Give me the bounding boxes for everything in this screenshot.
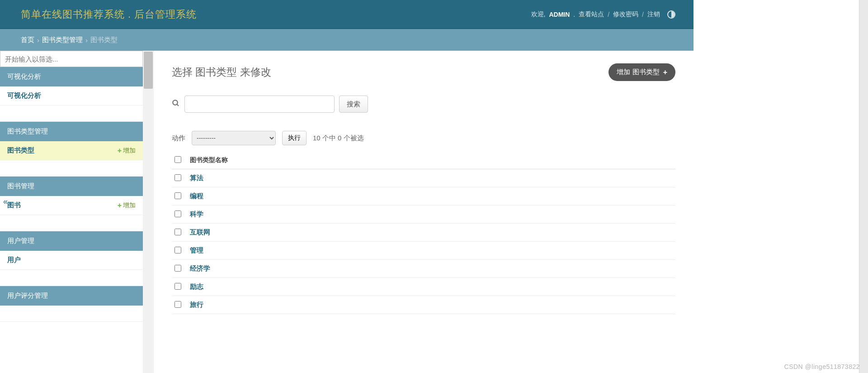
- table-row: 互联网: [172, 224, 675, 242]
- result-table: 图书类型名称 算法编程科学互联网管理经济学励志旅行: [172, 152, 675, 314]
- header-user-tools: 欢迎, ADMIN. 查看站点 / 修改密码 / 注销: [531, 10, 675, 19]
- search-button[interactable]: 搜索: [339, 96, 368, 113]
- table-row: 科学: [172, 206, 675, 224]
- row-checkbox[interactable]: [175, 283, 181, 290]
- sidebar-spacer: [0, 160, 143, 177]
- breadcrumb-sep: ›: [37, 36, 39, 44]
- page-title: 选择 图书类型 来修改: [172, 65, 271, 79]
- sidebar-item: 用户: [0, 251, 143, 270]
- sidebar-add-link[interactable]: +增加: [118, 201, 136, 210]
- sidebar-section-header[interactable]: 图书类型管理: [0, 122, 143, 141]
- sidebar-item-link[interactable]: 可视化分析: [7, 91, 41, 100]
- plus-icon: +: [118, 147, 122, 155]
- search-icon: [172, 99, 180, 110]
- breadcrumb-home[interactable]: 首页: [21, 36, 34, 44]
- username: ADMIN: [549, 11, 570, 18]
- breadcrumb-sep: ›: [85, 36, 88, 44]
- sidebar-section-header[interactable]: 用户评分管理: [0, 286, 143, 306]
- dot: .: [573, 11, 575, 18]
- breadcrumb-section[interactable]: 图书类型管理: [42, 36, 83, 44]
- change-password-link[interactable]: 修改密码: [613, 10, 638, 19]
- separator: /: [608, 11, 609, 18]
- sidebar-item-link[interactable]: 图书类型: [7, 146, 34, 155]
- search-bar: 搜索: [172, 96, 675, 113]
- sidebar-item-link[interactable]: 用户: [7, 256, 21, 264]
- watermark: CSDN @linge511873822: [784, 363, 860, 370]
- selection-count: 10 个中 0 个被选: [313, 134, 364, 143]
- sidebar-spacer: [0, 306, 143, 322]
- app-title: 简单在线图书推荐系统 . 后台管理系统: [21, 8, 197, 21]
- sidebar-item: 可视化分析: [0, 86, 143, 105]
- action-label: 动作: [172, 134, 185, 143]
- action-bar: 动作 --------- 执行 10 个中 0 个被选: [172, 131, 675, 145]
- column-header-name[interactable]: 图书类型名称: [190, 152, 675, 169]
- sidebar-add-link[interactable]: +增加: [118, 147, 136, 155]
- add-object-button[interactable]: 增加 图书类型 +: [609, 63, 675, 81]
- welcome-text: 欢迎,: [531, 10, 546, 19]
- row-link[interactable]: 励志: [190, 282, 203, 290]
- breadcrumb: 首页 › 图书类型管理 › 图书类型: [0, 29, 693, 51]
- sidebar-item: 图书+增加: [0, 196, 143, 215]
- table-row: 管理: [172, 242, 675, 260]
- plus-icon: +: [663, 68, 667, 77]
- row-checkbox[interactable]: [175, 210, 181, 217]
- logout-link[interactable]: 注销: [647, 10, 660, 19]
- sidebar-collapse-button[interactable]: «: [0, 195, 11, 208]
- select-all-checkbox[interactable]: [175, 156, 181, 163]
- sidebar: 可视化分析可视化分析图书类型管理图书类型+增加图书管理图书+增加用户管理用户用户…: [0, 51, 143, 373]
- table-row: 旅行: [172, 296, 675, 314]
- table-row: 励志: [172, 278, 675, 296]
- svg-line-1: [177, 104, 179, 106]
- window-scrollbar[interactable]: [859, 0, 868, 373]
- sidebar-section-header[interactable]: 用户管理: [0, 231, 143, 251]
- separator: /: [642, 11, 644, 18]
- row-checkbox[interactable]: [175, 174, 181, 181]
- row-link[interactable]: 互联网: [190, 228, 210, 236]
- row-link[interactable]: 管理: [190, 246, 203, 254]
- sidebar-scrollbar[interactable]: [143, 51, 154, 373]
- add-button-label: 增加 图书类型: [617, 68, 659, 77]
- search-input[interactable]: [184, 96, 335, 113]
- header: 简单在线图书推荐系统 . 后台管理系统 欢迎, ADMIN. 查看站点 / 修改…: [0, 0, 693, 29]
- row-checkbox[interactable]: [175, 247, 181, 253]
- sidebar-filter-input[interactable]: [0, 51, 143, 67]
- sidebar-spacer: [0, 105, 143, 122]
- sidebar-add-label: 增加: [123, 201, 136, 210]
- table-row: 编程: [172, 187, 675, 206]
- row-link[interactable]: 编程: [190, 192, 203, 200]
- sidebar-section-header[interactable]: 图书管理: [0, 177, 143, 196]
- row-checkbox[interactable]: [175, 192, 181, 199]
- theme-toggle-icon[interactable]: [667, 10, 675, 19]
- sidebar-spacer: [0, 270, 143, 286]
- row-checkbox[interactable]: [175, 229, 181, 235]
- svg-point-0: [173, 100, 178, 105]
- action-go-button[interactable]: 执行: [282, 131, 307, 145]
- sidebar-add-label: 增加: [123, 147, 136, 155]
- sidebar-section-header[interactable]: 可视化分析: [0, 67, 143, 86]
- action-select[interactable]: ---------: [192, 131, 276, 145]
- row-checkbox[interactable]: [175, 301, 181, 308]
- row-checkbox[interactable]: [175, 265, 181, 272]
- table-row: 经济学: [172, 260, 675, 278]
- scrollbar-thumb[interactable]: [144, 52, 153, 89]
- view-site-link[interactable]: 查看站点: [579, 10, 604, 19]
- table-row: 算法: [172, 169, 675, 187]
- row-link[interactable]: 科学: [190, 210, 203, 218]
- main-content: 选择 图书类型 来修改 增加 图书类型 + 搜索 动作 --------- 执行…: [154, 51, 693, 373]
- sidebar-spacer: [0, 215, 143, 231]
- plus-icon: +: [118, 201, 122, 210]
- row-link[interactable]: 经济学: [190, 264, 210, 272]
- row-link[interactable]: 算法: [190, 174, 203, 182]
- sidebar-item: 图书类型+增加: [0, 141, 143, 160]
- row-link[interactable]: 旅行: [190, 301, 203, 308]
- breadcrumb-current: 图书类型: [90, 36, 118, 44]
